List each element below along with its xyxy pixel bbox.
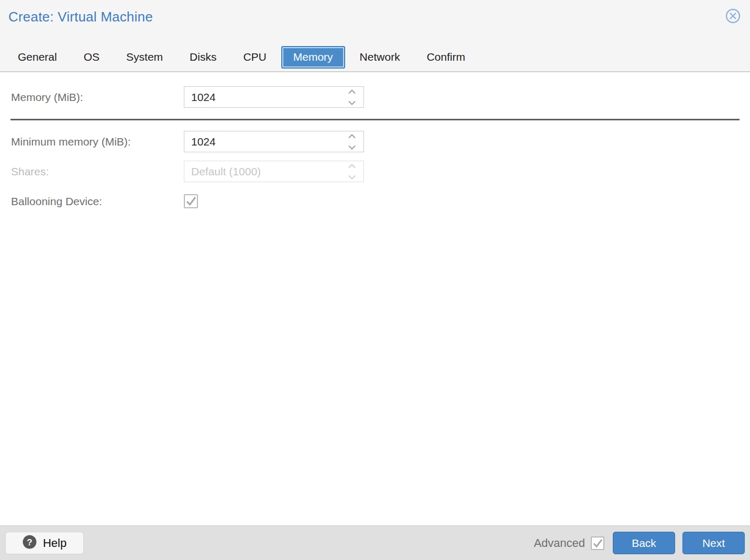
chevron-up-icon[interactable] — [348, 131, 356, 141]
tab-os[interactable]: OS — [84, 51, 100, 63]
tab-memory[interactable]: Memory — [281, 46, 345, 69]
tab-general[interactable]: General — [18, 51, 57, 63]
chevron-up-icon[interactable] — [348, 87, 356, 96]
close-icon — [725, 8, 741, 26]
shares-label: Shares: — [11, 165, 184, 178]
tab-cpu[interactable]: CPU — [243, 51, 266, 63]
titlebar: Create: Virtual Machine — [0, 0, 750, 43]
memory-row: Memory (MiB): — [0, 86, 750, 108]
min-memory-input[interactable] — [184, 131, 336, 152]
advanced-checkbox[interactable] — [591, 536, 604, 550]
dialog-footer: ? Help Advanced Back Next — [0, 525, 750, 560]
memory-spin-buttons[interactable] — [348, 87, 356, 107]
shares-spinner — [184, 161, 364, 182]
memory-input[interactable] — [184, 87, 336, 107]
ballooning-row: Ballooning Device: — [0, 194, 750, 208]
question-circle-icon: ? — [23, 535, 37, 551]
help-button[interactable]: ? Help — [5, 532, 84, 554]
tab-system[interactable]: System — [126, 51, 163, 63]
next-button[interactable]: Next — [682, 532, 745, 554]
svg-text:?: ? — [27, 537, 32, 547]
create-vm-dialog: Create: Virtual Machine GeneralOSSystemD… — [0, 0, 750, 560]
shares-row: Shares: — [0, 161, 750, 182]
advanced-toggle: Advanced — [534, 536, 604, 550]
min-memory-spin-buttons[interactable] — [348, 131, 356, 152]
help-button-label: Help — [43, 536, 67, 550]
shares-input — [184, 161, 336, 182]
dialog-header: Create: Virtual Machine GeneralOSSystemD… — [0, 0, 750, 72]
wizard-tabbar: GeneralOSSystemDisksCPUMemoryNetworkConf… — [0, 43, 750, 72]
chevron-down-icon — [348, 172, 356, 182]
ballooning-label: Ballooning Device: — [11, 195, 184, 208]
memory-tab-panel: Memory (MiB): Minimum memory (MiB): — [0, 72, 750, 525]
advanced-separator — [10, 119, 740, 120]
memory-label: Memory (MiB): — [11, 91, 184, 104]
tab-disks[interactable]: Disks — [190, 51, 216, 63]
back-button[interactable]: Back — [613, 532, 675, 554]
tab-network[interactable]: Network — [360, 51, 400, 63]
close-button[interactable] — [725, 9, 741, 25]
chevron-down-icon[interactable] — [348, 142, 356, 152]
shares-spin-buttons — [348, 161, 356, 182]
min-memory-spinner — [184, 131, 364, 152]
tab-confirm[interactable]: Confirm — [427, 51, 466, 63]
min-memory-label: Minimum memory (MiB): — [11, 136, 184, 148]
chevron-up-icon — [348, 161, 356, 171]
memory-spinner — [184, 86, 364, 108]
advanced-label: Advanced — [534, 536, 585, 550]
min-memory-row: Minimum memory (MiB): — [0, 131, 750, 152]
chevron-down-icon[interactable] — [348, 98, 356, 107]
ballooning-checkbox[interactable] — [184, 194, 198, 208]
page-title: Create: Virtual Machine — [8, 9, 153, 25]
